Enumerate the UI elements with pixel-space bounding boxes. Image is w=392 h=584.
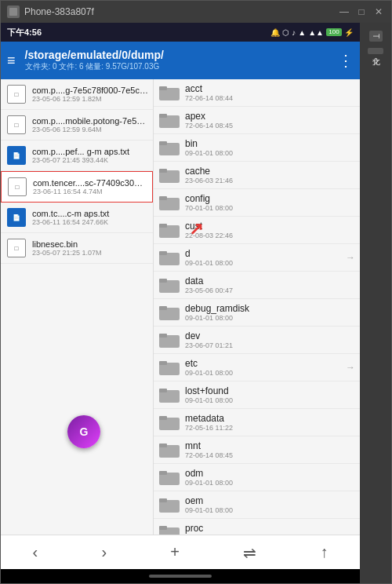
left-panel: □ com.p....g-7e5c78f000-7e5c9600... 23-0… (1, 79, 154, 535)
left-file-item[interactable]: □ com.p....g-7e5c78f000-7e5c9600... 23-0… (1, 79, 153, 110)
folder-icon (158, 83, 180, 102)
doc-icon: 📄 (7, 208, 26, 227)
status-bar: 下午4:56 🔔 ⬡ ♪ ▲ ▲▲ 100 ⚡ (1, 23, 360, 42)
notification-icon: 🔔 (270, 28, 280, 37)
svg-rect-22 (159, 361, 167, 365)
folder-name: config (185, 193, 355, 204)
folder-info: cust 22-08-03 22:46 (185, 221, 355, 239)
folder-date: 72-06-14 08:45 (185, 122, 355, 130)
left-file-item[interactable]: 📄 com.p....pef... g-m aps.txt 23-05-07 2… (1, 141, 153, 171)
file-info: libnesec.bin 23-05-07 21:25 1.07M (32, 239, 148, 257)
file-meta: 23-06-11 16:54 4.74M (33, 188, 147, 195)
folder-name: bin (185, 138, 355, 149)
folder-info: bin 09-01-01 08:00 (185, 138, 355, 157)
side-panel-tab-t[interactable]: T (369, 31, 383, 42)
folder-info: debug_ramdisk 09-01-01 08:00 (185, 303, 355, 322)
folder-name: data (185, 276, 355, 287)
left-file-item[interactable]: □ com.p....mobile.potong-7e5c99c000-7e5d… (1, 110, 153, 141)
right-folder-item[interactable]: cache 23-06-03 21:46 (154, 162, 360, 189)
right-folder-item[interactable]: mnt 72-06-14 08:45 (154, 436, 360, 464)
floating-game-icon[interactable]: G (67, 415, 100, 448)
right-folder-item[interactable]: acct 72-06-14 08:44 (154, 79, 360, 107)
right-folder-item[interactable]: metadata 72-05-16 11:22 (154, 409, 360, 436)
app-toolbar: ≡ /storage/emulated/0/dump/ 文件夹: 0 文件: 6… (1, 42, 360, 79)
close-button[interactable]: ✕ (372, 5, 385, 18)
folder-arrow-icon: → (346, 362, 355, 373)
box-icon: □ (7, 239, 26, 257)
folder-date: 70-01-01 08:00 (185, 204, 355, 212)
hamburger-button[interactable]: ≡ (7, 53, 16, 69)
left-file-item[interactable]: 📄 com.tc....c-m aps.txt 23-06-11 16:54 2… (1, 203, 153, 233)
right-folder-item[interactable]: dev 23-06-07 01:21 (154, 327, 360, 354)
right-folder-item[interactable]: data 23-05-06 00:47 (154, 272, 360, 299)
svg-rect-26 (159, 416, 167, 420)
current-path: /storage/emulated/0/dump/ (25, 49, 338, 61)
left-file-item[interactable]: □ libnesec.bin 23-05-07 21:25 1.07M (1, 233, 153, 264)
file-info: com.p....pef... g-m aps.txt 23-05-07 21:… (32, 147, 148, 164)
more-options-button[interactable]: ⋮ (338, 51, 354, 70)
folder-date: 72-05-16 11:22 (185, 424, 355, 432)
file-name: com.p....mobile.potong-7e5c99c000-7e5d34… (32, 116, 148, 126)
status-icons: 🔔 ⬡ ♪ ▲ ▲▲ 100 ⚡ (270, 28, 354, 37)
right-folder-item[interactable]: lost+found 09-01-01 08:00 (154, 381, 360, 409)
file-list-area: □ com.p....g-7e5c78f000-7e5c9600... 23-0… (1, 79, 360, 535)
nav-add-button[interactable]: + (161, 540, 189, 564)
folder-info: lost+found 09-01-01 08:00 (185, 385, 355, 404)
folder-date: 22-08-03 22:46 (185, 232, 355, 239)
file-name: libnesec.bin (32, 239, 148, 249)
side-panel-tab-text[interactable]: 文化 (368, 48, 383, 54)
nav-back-button[interactable]: ‹ (24, 540, 48, 564)
folder-name: metadata (185, 413, 355, 424)
svg-rect-20 (159, 334, 167, 338)
folder-name: oem (185, 495, 355, 506)
svg-rect-28 (159, 443, 167, 447)
bottom-nav: ‹ › + ⇌ ↑ (1, 535, 360, 569)
folder-date: 09-01-01 08:00 (185, 259, 346, 267)
app-icon (7, 5, 20, 18)
right-folder-item[interactable]: d 09-01-01 08:00 → (154, 244, 360, 272)
folder-icon (158, 276, 180, 294)
nav-share-button[interactable]: ⇌ (234, 540, 266, 565)
svg-rect-10 (159, 196, 167, 200)
right-folder-item[interactable]: apex 72-06-14 08:45 (154, 107, 360, 134)
folder-icon (158, 385, 180, 404)
box-icon: □ (7, 115, 26, 134)
file-meta: 23-06-11 16:54 247.66K (32, 218, 148, 226)
folder-date: 09-01-01 08:00 (185, 149, 355, 157)
folder-name: d (185, 248, 346, 259)
svg-rect-24 (159, 389, 167, 392)
right-folder-item[interactable]: config 70-01-01 08:00 (154, 189, 360, 217)
maximize-button[interactable]: □ (355, 5, 368, 18)
folder-name: etc (185, 358, 346, 369)
folder-icon (158, 166, 180, 184)
minimize-button[interactable]: — (338, 5, 350, 18)
right-folder-item[interactable]: etc 09-01-01 08:00 → (154, 354, 360, 381)
folder-info: metadata 72-05-16 11:22 (185, 413, 355, 432)
nav-forward-button[interactable]: › (92, 540, 116, 564)
left-file-item[interactable]: □ com.tencer....sc-77409c3000-7740e8000.… (1, 171, 153, 203)
file-name: com.tc....c-m aps.txt (32, 209, 148, 218)
svg-rect-12 (159, 224, 167, 228)
right-folder-item[interactable]: proc 70-01-01 08:00 (154, 519, 360, 535)
right-folder-item[interactable]: oem 09-01-01 08:00 (154, 491, 360, 519)
file-name: com.p....pef... g-m aps.txt (32, 147, 148, 156)
nav-up-button[interactable]: ↑ (310, 540, 337, 564)
folder-date: 72-06-14 08:44 (185, 94, 355, 102)
folder-name: apex (185, 111, 355, 122)
folder-info: oem 09-01-01 08:00 (185, 495, 355, 514)
toolbar-path: /storage/emulated/0/dump/ 文件夹: 0 文件: 6 储… (25, 49, 338, 72)
right-folder-item[interactable]: odm 09-01-01 08:00 (154, 464, 360, 491)
file-name: com.p....g-7e5c78f000-7e5c9600... (32, 86, 148, 95)
right-folder-item[interactable]: cust 22-08-03 22:46 (154, 217, 360, 244)
wifi-icon: ▲ (298, 28, 306, 37)
file-meta: 23-05-07 21:25 1.07M (32, 249, 148, 257)
file-info: com.p....g-7e5c78f000-7e5c9600... 23-05-… (32, 86, 148, 103)
right-folder-item[interactable]: debug_ramdisk 09-01-01 08:00 (154, 299, 360, 327)
folder-date: 23-05-06 00:47 (185, 287, 355, 294)
folder-icon (158, 303, 180, 322)
right-folder-item[interactable]: bin 09-01-01 08:00 (154, 134, 360, 162)
folder-name: cust (185, 221, 355, 232)
file-name: com.tencer....sc-77409c3000-7740e8000... (33, 178, 147, 188)
window-title: Phone-383a807f (24, 6, 338, 17)
svg-rect-16 (159, 279, 167, 283)
